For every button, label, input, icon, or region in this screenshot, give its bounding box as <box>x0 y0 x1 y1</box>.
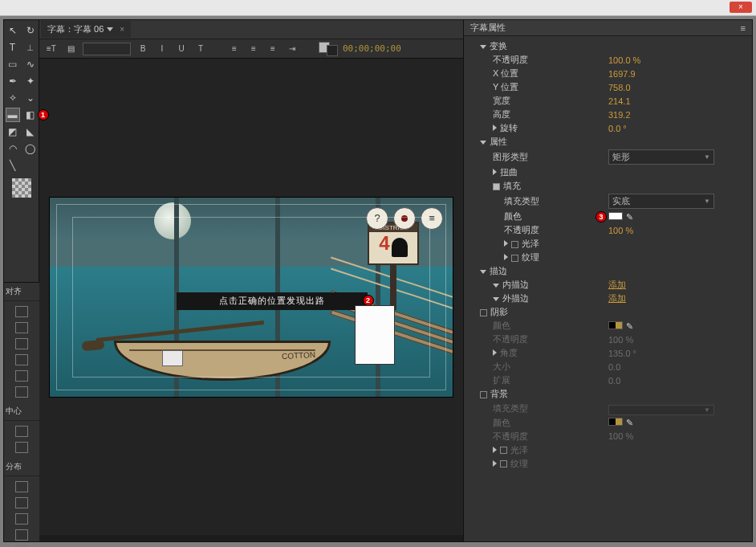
type-tool-icon[interactable]: T <box>6 40 20 55</box>
title-canvas[interactable]: DISTRICT 4 ? ≡ COTTON 点击正确的位置发现出路 2 <box>49 197 453 398</box>
shadow-color-swatch[interactable] <box>608 321 623 329</box>
center-icon[interactable] <box>15 426 28 437</box>
distribute-icon[interactable] <box>15 481 28 492</box>
align-right-icon[interactable]: ≡ <box>266 43 280 55</box>
arc-tool-icon[interactable]: ◠ <box>6 141 20 156</box>
prop-distort-label[interactable]: 扭曲 <box>500 167 518 177</box>
center-panel-header[interactable]: 中心 <box>4 402 39 421</box>
prop-bgcolor-label: 颜色 <box>464 417 608 429</box>
filltype-select[interactable]: 实底▼ <box>608 194 714 209</box>
window-close-button[interactable]: × <box>730 2 752 13</box>
align-icon[interactable] <box>15 386 28 398</box>
path-type-icon[interactable]: ∿ <box>23 57 38 71</box>
convert-tool-icon[interactable]: ⌄ <box>23 91 38 105</box>
italic-icon[interactable]: I <box>155 43 169 55</box>
prop-bgfilltype-label: 填充类型 <box>464 402 608 414</box>
roundrect-tool-icon[interactable]: ◧ <box>23 108 38 122</box>
align-icon[interactable] <box>15 354 28 365</box>
align-icon[interactable] <box>15 306 28 317</box>
section-stroke[interactable]: 描边 <box>490 266 507 276</box>
addpt-tool-icon[interactable]: ✦ <box>23 74 38 88</box>
fill-swatch-icon[interactable] <box>12 178 31 198</box>
tab-icon[interactable]: ⇥ <box>285 43 299 55</box>
wedge-tool-icon[interactable]: ◣ <box>23 125 38 139</box>
bg-color-swatch <box>608 418 623 426</box>
callout-marker-3: 3 <box>595 211 607 222</box>
fill-color-swatch[interactable] <box>608 212 623 220</box>
prop-width-label: 宽度 <box>464 95 608 107</box>
canvas-area: 字幕：字幕 06 × ≡T ▤ B I U T ≡ ≡ ≡ ⇥ 00;00;00… <box>39 20 463 541</box>
section-bg[interactable]: 背景 <box>490 389 508 398</box>
align-icon[interactable] <box>15 370 28 382</box>
tab-menu-icon[interactable] <box>107 27 113 31</box>
shadow-checkbox[interactable] <box>480 309 487 316</box>
prop-height-value[interactable]: 319.2 <box>608 110 752 120</box>
delpt-tool-icon[interactable]: ✧ <box>6 91 20 105</box>
distribute-icon[interactable] <box>15 513 28 525</box>
texture-checkbox[interactable] <box>511 255 518 262</box>
prop-xpos-value[interactable]: 1697.9 <box>608 69 752 79</box>
align-center-icon[interactable]: ≡ <box>246 43 261 55</box>
prop-fillopac-label: 不透明度 <box>464 224 608 236</box>
graphtype-select[interactable]: 矩形▼ <box>608 149 714 165</box>
line-tool-icon[interactable]: ╲ <box>6 158 20 173</box>
pen-tool-icon[interactable]: ✒ <box>6 74 20 88</box>
distribute-panel-header[interactable]: 分布 <box>4 458 39 476</box>
align-panel-header[interactable]: 对齐 <box>4 283 39 301</box>
prop-width-value[interactable]: 214.1 <box>608 96 752 106</box>
panel-header[interactable]: 字幕属性 ≡ <box>464 20 752 36</box>
document-tabs: 字幕：字幕 06 × <box>39 20 463 39</box>
align-icon[interactable] <box>15 338 28 349</box>
prop-shopac-value: 100 % <box>608 335 752 345</box>
section-fill[interactable]: 填充 <box>503 181 521 190</box>
panel-menu-icon[interactable]: ≡ <box>741 23 746 33</box>
rotate-tool-icon[interactable]: ↻ <box>23 23 38 38</box>
selection-tool-icon[interactable]: ↖ <box>6 23 20 38</box>
add-stroke-link[interactable]: 添加 <box>608 293 626 303</box>
bg-checkbox[interactable] <box>480 391 487 398</box>
eyedropper-icon[interactable]: ✎ <box>626 212 634 220</box>
align-left-icon[interactable]: ≡ <box>227 43 242 55</box>
prop-rotate-value[interactable]: 0.0 ° <box>608 124 752 133</box>
document-tab[interactable]: 字幕：字幕 06 × <box>41 21 131 38</box>
vtype-tool-icon[interactable]: ⟂ <box>23 40 38 55</box>
prop-opacity-value[interactable]: 100.0 % <box>608 55 752 65</box>
prop-innerstroke[interactable]: 内描边 <box>502 280 529 289</box>
section-shadow[interactable]: 阴影 <box>490 307 508 316</box>
size-icon[interactable]: T <box>193 43 208 55</box>
clippedrect-tool-icon[interactable]: ◩ <box>6 125 20 139</box>
prop-xpos-label: X 位置 <box>464 67 608 80</box>
tab-label: 字幕：字幕 06 <box>47 23 104 35</box>
align-icon[interactable] <box>15 322 28 333</box>
section-transform[interactable]: 变换 <box>490 41 507 51</box>
prop-shdist-label: 大小 <box>464 361 608 373</box>
ellipse-tool-icon[interactable]: ◯ <box>23 141 38 156</box>
fill-checkbox[interactable] <box>493 183 500 190</box>
sheen-checkbox[interactable] <box>511 241 518 248</box>
prop-fillopac-value[interactable]: 100 % <box>608 226 752 235</box>
rect-tool-icon[interactable]: ▬ <box>6 108 20 122</box>
distribute-icon[interactable] <box>15 529 28 541</box>
prop-outerstroke[interactable]: 外描边 <box>502 293 529 303</box>
distribute-icon[interactable] <box>15 497 28 508</box>
eyedropper-icon[interactable]: ✎ <box>626 321 634 329</box>
callout-marker-1: 1 <box>38 109 49 120</box>
font-family-select[interactable] <box>83 43 131 55</box>
timecode-display[interactable]: 00;00;00;00 <box>343 43 401 54</box>
center-icon[interactable] <box>15 442 28 453</box>
area-type-icon[interactable]: ▭ <box>6 57 20 71</box>
tab-close-icon[interactable]: × <box>120 25 124 34</box>
prop-texture[interactable]: 纹理 <box>522 252 539 262</box>
section-attrs[interactable]: 属性 <box>490 137 507 146</box>
prop-sheen[interactable]: 光泽 <box>522 239 539 248</box>
font-family-label-icon[interactable]: ≡T <box>44 43 59 55</box>
prop-bgopac-label: 不透明度 <box>464 431 608 443</box>
prop-shangle-label: 角度 <box>500 348 518 357</box>
template-icon[interactable]: ▤ <box>63 43 78 55</box>
title-designer-window: ↖↻ T⟂ ▭∿ ✒✦ ✧⌄ ▬◧ 1 ◩◣ ◠◯ ╲ 对齐 中心 <box>3 19 753 542</box>
underline-icon[interactable]: U <box>174 43 189 55</box>
prop-ypos-value[interactable]: 758.0 <box>608 83 752 92</box>
add-stroke-link[interactable]: 添加 <box>608 280 626 289</box>
fill-stroke-swatch[interactable] <box>319 42 338 56</box>
bold-icon[interactable]: B <box>136 43 150 55</box>
